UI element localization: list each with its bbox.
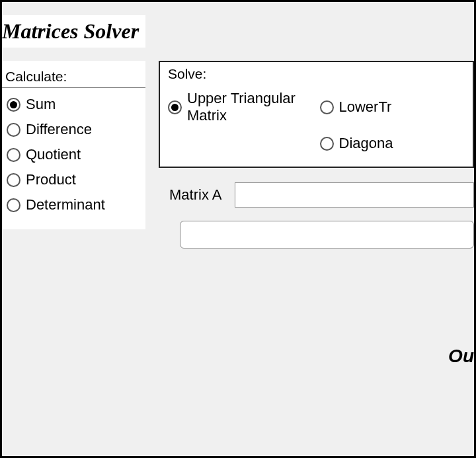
radio-label: LowerTr (339, 98, 392, 116)
radio-icon (7, 98, 20, 112)
radio-icon (320, 137, 334, 151)
matrix-a-label: Matrix A (169, 186, 221, 204)
radio-icon (7, 123, 20, 137)
radio-label: Sum (26, 96, 56, 113)
matrix-a-row: Matrix A (159, 182, 474, 208)
radio-label: Diagona (339, 135, 393, 152)
radio-sum[interactable]: Sum (7, 96, 139, 113)
radio-label: Determinant (26, 196, 105, 213)
right-column: Solve: Upper Triangular Matrix LowerTr D… (159, 61, 474, 248)
second-input-row (159, 221, 474, 248)
radio-icon (7, 173, 20, 187)
radio-icon (320, 100, 334, 114)
output-label: Ou (448, 346, 474, 367)
matrix-a-input[interactable] (235, 182, 474, 208)
calculate-radio-group: Sum Difference Quotient Product Determin… (0, 93, 145, 216)
radio-icon (7, 148, 20, 162)
radio-icon (168, 100, 182, 114)
solve-header: Solve: (160, 66, 473, 85)
radio-label: Quotient (26, 146, 81, 163)
radio-icon (7, 198, 20, 212)
radio-diagonal[interactable]: Diagona (320, 135, 465, 152)
solve-panel: Solve: Upper Triangular Matrix LowerTr D… (159, 61, 474, 168)
calculate-panel: Calculate: Sum Difference Quotient Produ… (0, 61, 145, 229)
second-input[interactable] (180, 221, 474, 248)
radio-determinant[interactable]: Determinant (7, 196, 139, 213)
radio-lower-triangular[interactable]: LowerTr (320, 90, 465, 124)
calculate-header: Calculate: (0, 66, 145, 88)
main-content: Calculate: Sum Difference Quotient Produ… (2, 61, 474, 248)
radio-difference[interactable]: Difference (7, 121, 139, 138)
solve-radio-group: Upper Triangular Matrix LowerTr Diagona (160, 85, 473, 157)
radio-upper-triangular[interactable]: Upper Triangular Matrix (168, 90, 313, 124)
spacer (168, 135, 313, 152)
radio-label: Upper Triangular Matrix (187, 90, 313, 124)
radio-label: Product (26, 171, 76, 188)
radio-product[interactable]: Product (7, 171, 139, 188)
app-title: Matrices Solver (2, 15, 145, 48)
radio-quotient[interactable]: Quotient (7, 146, 139, 163)
radio-label: Difference (26, 121, 92, 138)
